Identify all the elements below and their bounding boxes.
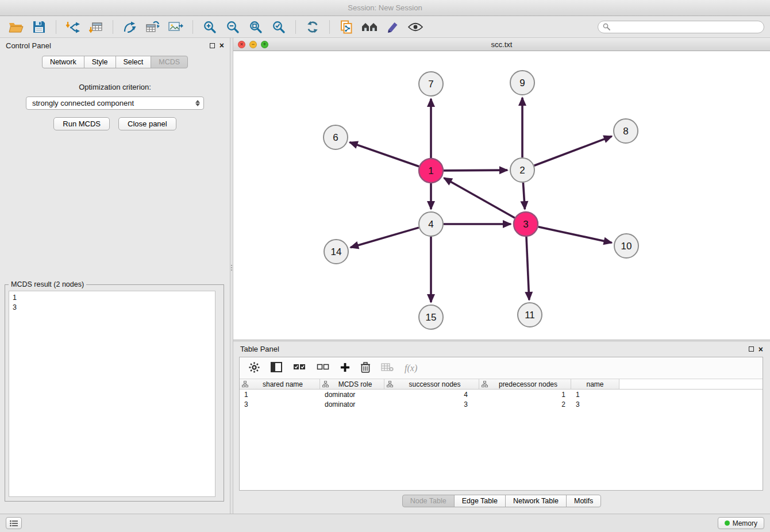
toolbar-separator <box>295 20 296 34</box>
first-neighbors-icon <box>361 22 378 32</box>
graph-node-2[interactable]: 2 <box>510 158 534 182</box>
graph-node-11[interactable]: 11 <box>518 303 542 327</box>
zoom-out-button[interactable] <box>222 18 243 36</box>
graph-edge-2-3[interactable] <box>523 183 525 209</box>
table-rows: 1dominator4113dominator323 <box>240 390 763 490</box>
zoom-selected-button[interactable] <box>268 18 289 36</box>
new-network-button[interactable] <box>120 18 140 36</box>
graph-edge-3-11[interactable] <box>526 237 529 300</box>
tab-mcds[interactable]: MCDS <box>151 56 188 68</box>
graph-node-14[interactable]: 14 <box>324 240 348 264</box>
table-cell[interactable]: dominator <box>320 400 384 408</box>
deselect-all-button[interactable] <box>317 363 329 373</box>
window-zoom-icon[interactable]: + <box>261 41 268 48</box>
network-from-table-button[interactable] <box>143 18 163 36</box>
search-input[interactable] <box>598 21 764 33</box>
window-minimize-icon[interactable]: − <box>249 41 257 48</box>
graph-edge-3-10[interactable] <box>538 227 611 243</box>
graph-node-6[interactable]: 6 <box>324 125 348 149</box>
column-header-predecessor-nodes[interactable]: predecessor nodes <box>479 379 571 389</box>
table-cell[interactable]: 3 <box>240 400 320 408</box>
table-cell[interactable]: 1 <box>571 391 619 399</box>
zoom-in-button[interactable] <box>199 18 220 36</box>
column-header-mcds-role[interactable]: MCDS role <box>320 379 384 389</box>
table-row[interactable]: 3dominator323 <box>240 399 763 409</box>
control-panel: Control Panel × Network Style Select MCD… <box>0 38 230 514</box>
tab-style[interactable]: Style <box>84 56 116 68</box>
toolbar-separator <box>113 20 113 34</box>
column-header-shared-name[interactable]: shared name <box>240 379 320 389</box>
list-icon <box>10 520 18 527</box>
open-folder-button[interactable] <box>6 18 26 36</box>
copy-style-button[interactable] <box>336 18 357 36</box>
export-image-button[interactable] <box>165 18 186 36</box>
optimization-criterion-dropdown[interactable]: strongly connected component <box>26 97 204 110</box>
graph-node-label: 8 <box>623 126 628 137</box>
tab-network[interactable]: Network <box>42 56 84 68</box>
network-canvas[interactable]: 7968124314101511 <box>233 51 770 340</box>
hierarchy-icon <box>242 381 248 387</box>
graph-edge-3-1[interactable] <box>444 178 515 218</box>
graph-node-8[interactable]: 8 <box>614 119 638 143</box>
function-builder-button[interactable]: f(x) <box>405 363 417 373</box>
float-panel-icon[interactable] <box>749 346 754 352</box>
graph-node-3[interactable]: 3 <box>514 212 538 236</box>
column-header-name[interactable]: name <box>571 379 619 389</box>
table-row[interactable]: 1dominator411 <box>240 390 763 399</box>
task-history-button[interactable] <box>6 517 22 529</box>
window-close-icon[interactable]: × <box>238 41 245 48</box>
show-graphics-details-button[interactable] <box>405 18 426 36</box>
float-panel-icon[interactable] <box>210 43 215 48</box>
table-cell[interactable]: dominator <box>320 391 384 399</box>
table-panel-title: Table Panel <box>240 345 279 353</box>
graph-edge-4-14[interactable] <box>351 228 419 248</box>
table-cell[interactable]: 1 <box>479 391 571 399</box>
column-header-successor-nodes[interactable]: successor nodes <box>384 379 479 389</box>
table-cell[interactable]: 2 <box>479 400 571 408</box>
tab-edge-table[interactable]: Edge Table <box>454 495 506 507</box>
close-panel-button[interactable]: Close panel <box>118 117 176 130</box>
close-panel-icon[interactable]: × <box>759 345 763 353</box>
graph-edge-1-6[interactable] <box>350 142 419 167</box>
first-neighbors-button[interactable] <box>359 18 380 36</box>
table-cell[interactable]: 4 <box>384 391 479 399</box>
network-window-title: scc.txt <box>233 40 770 49</box>
import-network-button[interactable] <box>63 18 83 36</box>
select-all-button[interactable] <box>293 363 306 373</box>
graph-node-1[interactable]: 1 <box>419 159 443 183</box>
tab-network-table[interactable]: Network Table <box>505 495 567 507</box>
table-cell[interactable]: 3 <box>384 400 479 408</box>
graph-edge-1-2[interactable] <box>444 170 507 171</box>
memory-button[interactable]: Memory <box>718 517 764 529</box>
show-columns-button[interactable] <box>271 362 282 374</box>
graph-node-15[interactable]: 15 <box>419 305 443 329</box>
save-button[interactable] <box>29 18 49 36</box>
graph-node-9[interactable]: 9 <box>510 71 534 95</box>
import-table-button[interactable] <box>86 18 106 36</box>
network-window: × − + scc.txt 7968124314101511 <box>233 38 770 340</box>
network-window-titlebar: × − + scc.txt <box>233 38 770 51</box>
checked-boxes-icon <box>293 363 306 372</box>
mcds-result-item[interactable]: 1 <box>13 293 211 303</box>
tab-select[interactable]: Select <box>116 56 152 68</box>
zoom-fit-button[interactable] <box>245 18 266 36</box>
graph-node-4[interactable]: 4 <box>419 212 443 236</box>
annotation-button[interactable] <box>382 18 403 36</box>
run-mcds-button[interactable]: Run MCDS <box>53 117 110 130</box>
table-cell[interactable]: 1 <box>240 391 320 399</box>
refresh-layout-button[interactable] <box>302 18 323 36</box>
graph-node-label: 4 <box>428 219 433 230</box>
mcds-result-item[interactable]: 3 <box>13 303 211 313</box>
table-settings-button[interactable] <box>249 362 260 375</box>
delete-table-button[interactable] <box>381 363 394 373</box>
graph-node-10[interactable]: 10 <box>614 234 638 258</box>
delete-column-button[interactable] <box>361 362 370 375</box>
graph-node-7[interactable]: 7 <box>419 72 443 96</box>
graph-edge-2-8[interactable] <box>534 136 612 165</box>
close-panel-icon[interactable]: × <box>220 41 224 49</box>
mcds-result-list[interactable]: 13 <box>9 291 215 497</box>
tab-motifs[interactable]: Motifs <box>566 495 601 507</box>
table-cell[interactable]: 3 <box>571 400 619 408</box>
add-column-button[interactable] <box>340 363 350 374</box>
tab-node-table[interactable]: Node Table <box>402 495 455 507</box>
